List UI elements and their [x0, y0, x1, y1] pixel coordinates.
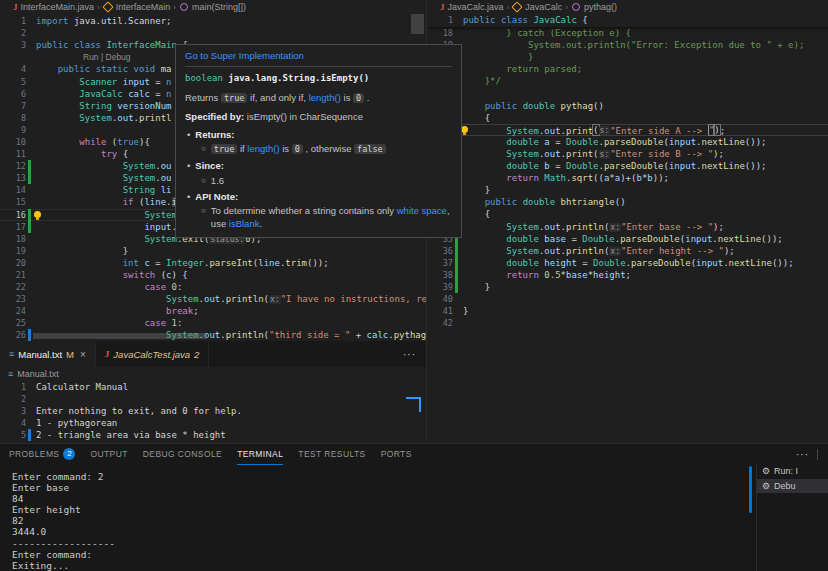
vscode-window: J InterfaceMain.java › InterfaceMain › m…: [0, 0, 828, 571]
code-line[interactable]: 52 - triangle area via base * height: [0, 429, 426, 441]
code-line[interactable]: 32 public double bhtriangle(): [427, 196, 828, 208]
code-text: import java.util.Scanner;: [31, 16, 171, 26]
line-number: 39: [427, 282, 453, 292]
tooltip-link[interactable]: white space: [397, 205, 447, 216]
code-line[interactable]: 25 {: [427, 112, 828, 124]
code-line[interactable]: 28 System.out.print(s:"Enter side B --> …: [427, 148, 828, 160]
code-line[interactable]: 41 - pythagorean: [0, 417, 426, 429]
code-line[interactable]: 21 return parsed;: [427, 63, 828, 75]
panel-tab-problems[interactable]: PROBLEMS2: [9, 444, 75, 465]
sub-bullet-icon: ○: [201, 142, 206, 156]
code-line[interactable]: 22 case 0:: [0, 281, 426, 293]
code-line[interactable]: 26 System.out.print(s:"Enter side A --> …: [427, 124, 828, 136]
code-line[interactable]: 40: [427, 293, 828, 305]
code-line[interactable]: 2: [0, 27, 426, 39]
code-line[interactable]: 3Enter nothing to exit, and 0 for help.: [0, 405, 426, 417]
tooltip-link[interactable]: length(): [309, 92, 341, 103]
terminal-list: ⚙Run: I⚙Debu: [756, 464, 828, 571]
tab-manual-txt[interactable]: ≡ Manual.txt M ×: [0, 341, 96, 367]
more-actions-icon[interactable]: ···: [393, 349, 426, 360]
code-line[interactable]: 25 case 1:: [0, 317, 426, 329]
divider: [817, 449, 818, 460]
code-line[interactable]: 35 double base = Double.parseDouble(inpu…: [427, 233, 828, 245]
code-line[interactable]: 19 }: [0, 245, 426, 257]
code-line[interactable]: 24 public double pythag(): [427, 100, 828, 112]
chevron-right-icon: ›: [173, 3, 176, 12]
sticky-scroll-line[interactable]: 1public class JavaCalc {: [427, 14, 828, 27]
code-text: }*/: [458, 76, 501, 86]
tooltip-link[interactable]: length(): [247, 143, 279, 154]
code-line[interactable]: 20 int c = Integer.parseInt(line.trim())…: [0, 257, 426, 269]
breadcrumb-file[interactable]: InterfaceMain.java: [21, 2, 95, 12]
tooltip-text: .: [364, 92, 369, 103]
terminal-list-item[interactable]: ⚙Debu: [757, 479, 828, 494]
breadcrumb-class[interactable]: JavaCalc: [525, 2, 562, 12]
vertical-scrollbar[interactable]: [411, 12, 424, 34]
breadcrumb-file[interactable]: Manual.txt: [17, 369, 59, 379]
panel-tab-ports[interactable]: PORTS: [381, 444, 412, 465]
go-to-super-implementation-link[interactable]: Go to Super Implementation: [185, 49, 452, 67]
tab-javacalctest-java[interactable]: J JavaCalcTest.java 2: [96, 341, 210, 367]
code-line[interactable]: 33 {: [427, 208, 828, 220]
line-number: 2: [0, 394, 26, 404]
panel-sash[interactable]: [749, 466, 752, 513]
code-line[interactable]: 27 double a = Double.parseDouble(input.n…: [427, 136, 828, 148]
panel-tab-test-results[interactable]: TEST RESULTS: [298, 444, 365, 465]
close-icon[interactable]: ×: [80, 349, 86, 360]
code-line[interactable]: 29 double b = Double.parseDouble(input.n…: [427, 160, 828, 172]
code-text: return 0.5*base*height;: [458, 270, 631, 280]
code-line[interactable]: 42: [427, 317, 828, 329]
code-line[interactable]: 22 }*/: [427, 75, 828, 87]
code-lines-manual: 1Calculator Manual23Enter nothing to exi…: [0, 381, 426, 441]
tooltip-link[interactable]: isBlank: [229, 218, 260, 229]
lightbulb-icon[interactable]: [34, 211, 41, 218]
gutter-space: [28, 124, 31, 136]
more-actions-icon[interactable]: ···: [796, 449, 809, 460]
line-number: 16: [0, 210, 26, 220]
code-line[interactable]: 38 return 0.5*base*height;: [427, 269, 828, 281]
code-text: double base = Double.parseDouble(input.n…: [458, 234, 783, 244]
terminal-output[interactable]: Enter command: 2Enter base84Enter height…: [12, 471, 115, 571]
panel-tab-terminal[interactable]: TERMINAL: [237, 444, 283, 465]
code-line[interactable]: 36 System.out.println(x:"Enter height --…: [427, 245, 828, 257]
code-text: double b = Double.parseDouble(input.next…: [458, 161, 767, 171]
code-line[interactable]: 1public class JavaCalc {: [427, 14, 828, 26]
code-line[interactable]: 19 System.out.println("Error: Exception …: [427, 39, 828, 51]
code-line[interactable]: 41}: [427, 305, 828, 317]
code-line[interactable]: 20 }: [427, 51, 828, 63]
horizontal-scrollbar[interactable]: [33, 333, 207, 339]
tooltip-text: false: [354, 144, 386, 154]
code-line[interactable]: 1import java.util.Scanner;: [0, 15, 426, 27]
tooltip-text: is: [280, 143, 292, 154]
breadcrumb-method[interactable]: pythag(): [584, 2, 617, 12]
code-line[interactable]: 21 switch (c) {: [0, 269, 426, 281]
code-line[interactable]: 37 double height = Double.parseDouble(in…: [427, 257, 828, 269]
code-line[interactable]: 31 }: [427, 184, 828, 196]
panel-tab-output[interactable]: OUTPUT: [90, 444, 127, 465]
code-text: double a = Double.parseDouble(input.next…: [458, 137, 767, 147]
gutter-space: [455, 317, 458, 329]
code-line[interactable]: 2: [0, 393, 426, 405]
breadcrumb-file[interactable]: JavaCalc.java: [448, 2, 504, 12]
breadcrumb-class[interactable]: InterfaceMain: [116, 2, 171, 12]
class-icon: [512, 1, 523, 12]
code-text: }: [458, 52, 533, 62]
code-line[interactable]: 34 System.out.println(x:"Enter base --> …: [427, 221, 828, 233]
gutter-space: [28, 393, 31, 405]
lightbulb-icon[interactable]: [461, 126, 468, 133]
terminal-list-label: Debu: [774, 481, 796, 491]
tooltip-text: 0: [292, 144, 303, 154]
breadcrumb-method[interactable]: main(String[]): [192, 2, 246, 12]
code-text: Run | Debug: [31, 52, 131, 62]
code-text: System.out.printl: [31, 113, 172, 123]
code-line[interactable]: 18 } catch (Exception e) {: [427, 27, 828, 39]
code-line[interactable]: 39 }: [427, 281, 828, 293]
method-icon: [572, 3, 580, 11]
code-line[interactable]: 23: [427, 87, 828, 99]
terminal-list-item[interactable]: ⚙Run: I: [757, 464, 828, 479]
code-line[interactable]: 24 break;: [0, 305, 426, 317]
code-line[interactable]: 1Calculator Manual: [0, 381, 426, 393]
code-line[interactable]: 23 System.out.println(x:"I have no instr…: [0, 293, 426, 305]
code-line[interactable]: 30 return Math.sqrt((a*a)+(b*b));: [427, 172, 828, 184]
panel-tab-debug-console[interactable]: DEBUG CONSOLE: [143, 444, 222, 465]
